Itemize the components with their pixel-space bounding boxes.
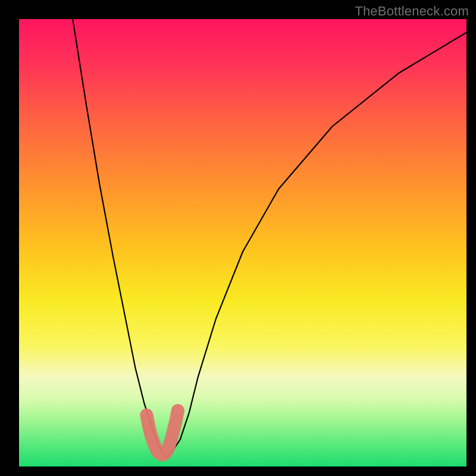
acceptable-zone-marker-path bbox=[146, 411, 178, 455]
plot-area bbox=[19, 19, 466, 466]
chart-stage: TheBottleneck.com bbox=[0, 0, 476, 476]
attribution-label: TheBottleneck.com bbox=[355, 4, 469, 19]
bottleneck-curve-path bbox=[73, 19, 466, 458]
chart-svg bbox=[19, 19, 466, 466]
